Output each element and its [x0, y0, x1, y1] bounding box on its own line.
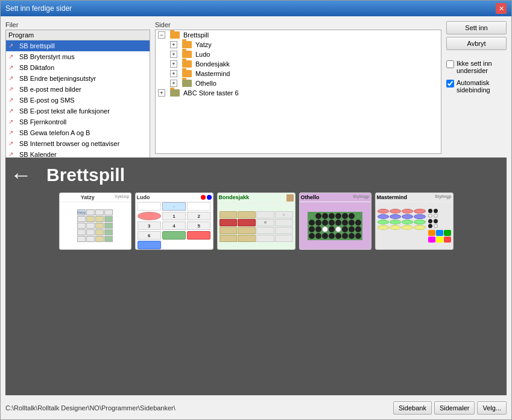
arrow-icon [8, 118, 17, 126]
arrow-icon [8, 63, 17, 72]
close-button[interactable]: ✕ [496, 3, 507, 14]
tree-expand-icon[interactable]: + [170, 41, 177, 48]
arrow-icon [8, 52, 17, 61]
preview-title: Brettspill [46, 165, 125, 185]
tree-item-bondesjakk[interactable]: + Bondesjakk [156, 59, 441, 69]
top-section: Filer Program SB brettspill SB Brytersty… [5, 21, 507, 154]
preview-header: ← Brettspill [10, 162, 502, 188]
arrow-icon [8, 74, 17, 83]
folder-icon [182, 51, 192, 58]
preview-card-ludo: Ludo · 1 2 [135, 192, 213, 250]
card-body-othello [300, 202, 371, 249]
tree-expand-icon[interactable]: + [158, 89, 165, 97]
bottom-bar: C:\Rolltalk\Rolltalk Designer\NO\Program… [5, 401, 507, 415]
arrow-icon [8, 96, 17, 104]
arrow-icon [8, 129, 17, 137]
ikke-sett-inn-row: Ikke sett inn undersider [446, 60, 507, 74]
program-label: Program [6, 30, 150, 40]
tree-expand-icon[interactable]: + [170, 51, 177, 58]
preview-card-yatzy: Yatzy Syklusp Yatzy [59, 192, 131, 250]
folder-icon [182, 60, 192, 68]
card-body-mastermind [376, 202, 453, 249]
filer-label: Filer [5, 21, 150, 28]
path-label: C:\Rolltalk\Rolltalk Designer\NO\Program… [5, 404, 175, 412]
card-body-yatzy: Yatzy [60, 202, 131, 249]
card-header-ludo: Ludo [136, 193, 213, 202]
filer-section: Filer Program SB brettspill SB Brytersty… [5, 21, 150, 154]
tree-item-brettspill[interactable]: − Brettspill [156, 30, 441, 40]
folder-icon [170, 31, 180, 39]
title-bar: Sett inn ferdige sider ✕ [1, 1, 511, 16]
automatisk-row: Automatisk sidebinding [446, 79, 507, 94]
sidemaler-button[interactable]: Sidemaler [434, 401, 475, 415]
card-body-ludo: · 1 2 3 4 5 6 [136, 202, 213, 249]
list-item[interactable]: SB Diktafon [6, 62, 150, 73]
list-item[interactable]: SB E-post og SMS [6, 95, 150, 106]
tree-expand-icon[interactable]: − [158, 31, 165, 39]
tree-item-mastermind[interactable]: + Mastermind [156, 69, 441, 78]
card-header-mastermind: Mastermind Stylingp [376, 193, 453, 202]
folder-icon [182, 41, 192, 48]
tree-item-othello[interactable]: + Othello [156, 78, 441, 88]
list-item[interactable]: SB e-post med bilder [6, 84, 150, 95]
card-body-bondesjakk: ○ ✕ [218, 203, 295, 249]
back-arrow-icon: ← [10, 162, 32, 188]
sidebank-button[interactable]: Sidebank [393, 401, 432, 415]
card-header-bondesjakk: Bondesjakk [218, 193, 295, 203]
card-header-yatzy: Yatzy Syklusp [60, 193, 131, 202]
arrow-icon [8, 42, 17, 50]
folder-icon [182, 80, 192, 87]
bottom-buttons: Sidebank Sidemaler Velg... [393, 401, 507, 415]
list-item[interactable]: SB brettspill [6, 40, 150, 51]
list-item[interactable]: SB E-post tekst alle funksjoner [6, 106, 150, 116]
tree-expand-icon[interactable]: + [170, 60, 177, 68]
folder-icon [182, 70, 192, 77]
arrow-icon [8, 85, 17, 94]
preview-cards: Yatzy Syklusp Yatzy [10, 192, 502, 250]
window-title: Sett inn ferdige sider [5, 4, 72, 13]
tree-item-ludo[interactable]: + Ludo [156, 49, 441, 59]
automatisk-checkbox[interactable] [446, 80, 454, 88]
ikke-sett-inn-label: Ikke sett inn undersider [457, 60, 492, 74]
buttons-section: Sett inn Avbryt Ikke sett inn undersider… [446, 21, 507, 154]
list-item[interactable]: SB Fjernkontroll [6, 116, 150, 127]
arrow-icon [8, 139, 17, 148]
preview-card-othello: Othello Stylingp [299, 192, 371, 250]
preview-card-mastermind: Mastermind Stylingp [375, 192, 454, 250]
tree-expand-icon[interactable]: + [170, 80, 177, 87]
preview-card-bondesjakk: Bondesjakk ○ ✕ [217, 192, 296, 250]
preview-area: ← Brettspill Yatzy Syklusp Yatzy [5, 158, 507, 395]
tree-box[interactable]: − Brettspill + Yatzy + [155, 30, 441, 154]
sider-section: Sider − Brettspill + Yatzy [155, 21, 441, 154]
automatisk-label: Automatisk sidebinding [457, 79, 490, 94]
tree-expand-icon[interactable]: + [170, 70, 177, 77]
sider-label: Sider [155, 21, 441, 28]
content-area: Filer Program SB brettspill SB Brytersty… [1, 16, 511, 419]
sett-inn-button[interactable]: Sett inn [446, 21, 507, 34]
list-item[interactable]: SB Gewa telefon A og B [6, 127, 150, 138]
list-item[interactable]: SB Endre betjeningsutstyr [6, 73, 150, 84]
tree-item-yatzy[interactable]: + Yatzy [156, 40, 441, 49]
arrow-icon [8, 107, 17, 115]
tree-item-abc[interactable]: + ABC Store taster 6 [156, 88, 441, 98]
velg-button[interactable]: Velg... [477, 401, 507, 415]
folder-icon [170, 89, 180, 97]
list-item[interactable]: SB Internett browser og nettaviser [6, 138, 150, 149]
card-header-othello: Othello Stylingp [300, 193, 371, 202]
ikke-sett-inn-checkbox[interactable] [446, 60, 454, 68]
main-window: Sett inn ferdige sider ✕ Filer Program S… [0, 0, 512, 420]
avbryt-button[interactable]: Avbryt [446, 37, 507, 50]
list-item[interactable]: SB Bryterstyrt mus [6, 51, 150, 62]
